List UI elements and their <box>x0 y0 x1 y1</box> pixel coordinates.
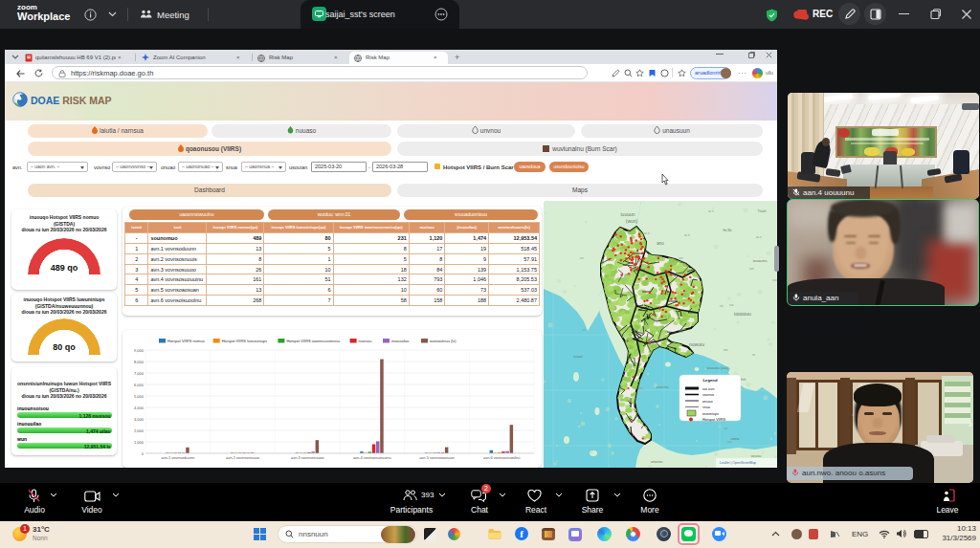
svg-text:sou: sou <box>727 440 732 444</box>
svg-text:uon: uon <box>638 386 643 390</box>
svg-text:uon: uon <box>749 267 754 271</box>
svg-text:nui: nui <box>720 304 724 308</box>
svg-text:Hotspot VIIRS nomuo: Hotspot VIIRS nomuo <box>167 339 205 343</box>
svg-text:1,000: 1,000 <box>134 440 145 445</box>
svg-text:nsoisou: nsoisou <box>359 339 372 343</box>
svg-text:sou: sou <box>729 303 734 307</box>
svg-text:iosounu: iosounu <box>753 258 768 263</box>
svg-text:avn.5 vovnsoaosuan: avn.5 vovnsoaosuan <box>419 455 455 460</box>
svg-text:nui: nui <box>656 318 659 321</box>
svg-text:inuouuilao: inuouuilao <box>391 339 410 343</box>
svg-text:avn.1 vovnsoduunn: avn.1 vovnsoduunn <box>161 455 194 460</box>
svg-text:2,000: 2,000 <box>134 428 145 433</box>
svg-text:Legend: Legend <box>703 378 718 383</box>
svg-text:au n: au n <box>684 233 690 237</box>
svg-text:6,000: 6,000 <box>134 383 145 387</box>
svg-text:9,000: 9,000 <box>134 348 145 353</box>
svg-text:sou: sou <box>772 278 777 282</box>
svg-text:ioooouu: ioooouu <box>734 311 751 317</box>
svg-text:Leaflet | OpenStreetMap: Leaflet | OpenStreetMap <box>720 461 756 465</box>
svg-text:snua: snua <box>702 406 711 409</box>
svg-text:0: 0 <box>142 451 145 456</box>
svg-text:sou: sou <box>679 330 683 334</box>
svg-text:3,000: 3,000 <box>134 417 145 422</box>
svg-text:5,000: 5,000 <box>134 394 145 399</box>
svg-text:au n: au n <box>756 235 762 239</box>
svg-text:Thanh: Thanh <box>757 209 766 213</box>
svg-text:unaiviu: unaiviu <box>651 459 663 464</box>
svg-text:wuouiwu (auiu): wuouiwu (auiu) <box>707 366 729 370</box>
svg-text:avn.3 vovnsosuuoo: avn.3 vovnsosuuoo <box>291 455 324 460</box>
svg-text:uon: uon <box>724 348 728 352</box>
svg-text:sou: sou <box>648 340 653 343</box>
svg-text:au n: au n <box>708 209 714 213</box>
svg-text:nui: nui <box>658 330 662 334</box>
svg-text:Hotspot VIIRS iawninuusnnsisu: Hotspot VIIRS iawninuusnnsisu <box>286 339 340 343</box>
svg-text:8,000: 8,000 <box>134 360 145 364</box>
svg-text:wuniniups: wuniniups <box>702 412 719 416</box>
svg-text:avn.4 vovnsosuouuinu: avn.4 vovnsosuouuinu <box>353 455 391 460</box>
svg-text:avn.2 vovnsosnuuis: avn.2 vovnsosnuuis <box>226 455 259 460</box>
svg-text:uo: uo <box>752 353 756 357</box>
svg-text:ano: ano <box>657 241 664 246</box>
svg-text:nuwuiu: nuwuiu <box>689 341 704 347</box>
svg-text:Hotspot VIIRS: Hotspot VIIRS <box>702 418 726 422</box>
svg-text:uo: uo <box>583 328 587 332</box>
svg-text:aisna loo: aisna loo <box>657 385 669 389</box>
svg-text:uona: uona <box>731 436 741 441</box>
svg-text:iuuuun: iuuuun <box>620 211 635 217</box>
svg-text:uon: uon <box>724 427 728 430</box>
svg-text:uon: uon <box>625 273 630 276</box>
svg-text:wuniwulnuu (ls): wuniwulnuu (ls) <box>430 339 457 343</box>
svg-text:avn.6 vovnsoisuoolnu: avn.6 vovnsoisuoolnu <box>483 455 520 460</box>
svg-text:onuao: onuao <box>702 400 713 404</box>
svg-text:vovnso: vovnso <box>702 393 714 397</box>
svg-text:7,000: 7,000 <box>134 371 145 376</box>
svg-text:uon: uon <box>679 256 683 260</box>
svg-text:uouiau: uouiau <box>751 454 762 458</box>
svg-text:(wun): (wun) <box>626 218 638 224</box>
svg-text:4,000: 4,000 <box>134 406 145 410</box>
svg-text:au n: au n <box>644 231 650 235</box>
svg-text:Hotspot VIIRS luwuniniups: Hotspot VIIRS luwuniniups <box>222 339 267 343</box>
svg-text:nsuos: nsuos <box>573 355 583 359</box>
svg-text:Ha No: Ha No <box>723 229 731 232</box>
svg-text:nui: nui <box>580 256 584 260</box>
svg-text:iuo avn.: iuo avn. <box>702 387 715 391</box>
